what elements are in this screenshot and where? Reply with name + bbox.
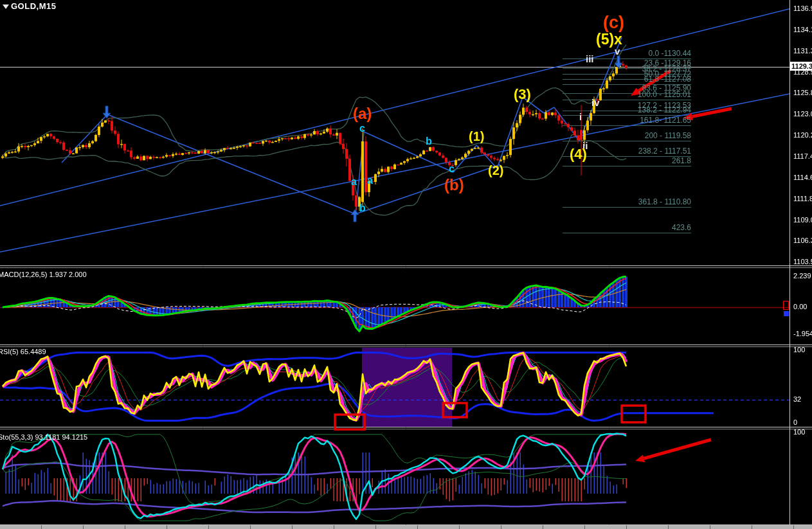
chart-canvas[interactable] <box>0 0 812 529</box>
time-axis-bar <box>0 525 812 529</box>
trading-chart-window: GOLD,M15 MACD(12,26,5) 1.937 2.000 RSI(5… <box>0 0 812 529</box>
